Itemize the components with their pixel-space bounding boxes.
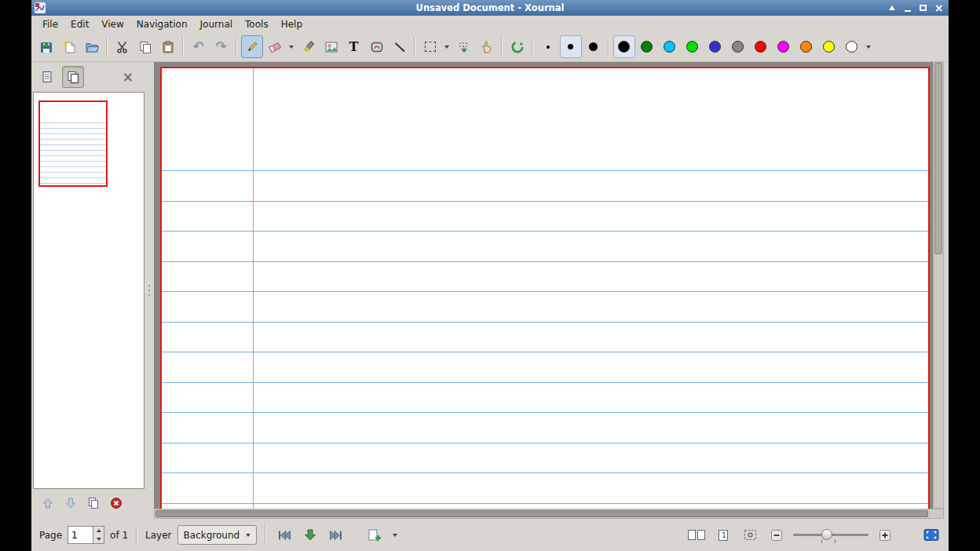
- page-number-input[interactable]: [68, 526, 93, 544]
- zoom-out-button[interactable]: [766, 525, 787, 546]
- new-document-button[interactable]: [58, 35, 80, 58]
- color-swatch-icon: [800, 41, 812, 53]
- fullscreen-button[interactable]: [922, 527, 941, 544]
- close-window-button[interactable]: ×: [933, 2, 945, 14]
- pen-size-fine-button[interactable]: [537, 35, 559, 58]
- page-number-up-button[interactable]: [93, 527, 104, 535]
- color-black-button[interactable]: [613, 35, 635, 58]
- next-page-button[interactable]: [300, 525, 320, 546]
- pen-size-medium-button[interactable]: [560, 35, 582, 58]
- cut-icon: [115, 40, 130, 54]
- color-orange-button[interactable]: [795, 35, 817, 58]
- titlebar[interactable]: Unsaved Document - Xournal ×: [31, 0, 949, 16]
- text-tool-button[interactable]: T: [343, 35, 365, 58]
- vertical-scrollbar[interactable]: [933, 62, 944, 509]
- paste-button[interactable]: [157, 35, 179, 58]
- pen-size-thick-button[interactable]: [583, 35, 605, 58]
- menu-tools[interactable]: Tools: [239, 17, 275, 31]
- copy-button[interactable]: [134, 35, 156, 58]
- sidebar: ×: [31, 62, 144, 519]
- ruled-line: [40, 144, 106, 145]
- vertical-scrollbar-thumb[interactable]: [934, 63, 942, 254]
- shape-recognizer-button[interactable]: [366, 35, 388, 58]
- hand-icon: [480, 40, 494, 54]
- zoom-100-button[interactable]: 1: [713, 525, 733, 546]
- ruled-line: [40, 139, 106, 140]
- color-dark-green-button[interactable]: [636, 35, 658, 58]
- page-width-button[interactable]: [686, 525, 707, 546]
- toolbar-separator: [182, 37, 184, 57]
- arrow-up-icon: [42, 497, 54, 509]
- text-tool-icon: T: [349, 39, 359, 54]
- hand-tool-button[interactable]: [476, 35, 498, 58]
- ruler-tool-button[interactable]: [389, 35, 411, 58]
- highlighter-icon: [302, 40, 316, 54]
- highlighter-tool-button[interactable]: [298, 35, 320, 58]
- chevron-down-icon: [393, 534, 397, 537]
- zoom-slider-knob[interactable]: [821, 529, 832, 540]
- color-blue-button[interactable]: [704, 35, 726, 58]
- menu-help[interactable]: Help: [275, 17, 309, 31]
- ruled-line: [40, 177, 106, 178]
- eraser-tool-button[interactable]: [264, 35, 286, 58]
- menu-edit[interactable]: Edit: [64, 17, 95, 31]
- cut-button[interactable]: [112, 35, 133, 58]
- pen-tool-button[interactable]: [241, 35, 263, 58]
- color-light-blue-button[interactable]: [659, 35, 681, 58]
- default-pen-button[interactable]: [506, 35, 528, 58]
- splitter-grip-icon: [148, 290, 150, 291]
- minimize-window-button[interactable]: [901, 2, 913, 14]
- zoom-slider[interactable]: [793, 526, 868, 545]
- zoom-fit-button[interactable]: [740, 525, 760, 546]
- first-page-button[interactable]: [274, 525, 294, 546]
- color-yellow-button[interactable]: [818, 35, 840, 58]
- menu-view[interactable]: View: [95, 17, 130, 31]
- single-page-icon: [40, 70, 54, 84]
- menu-navigation[interactable]: Navigation: [130, 17, 194, 31]
- redo-button[interactable]: ↷: [210, 35, 232, 58]
- open-button[interactable]: [81, 35, 103, 58]
- undo-button[interactable]: ↶: [188, 35, 210, 58]
- sidebar-tab-pages-button[interactable]: [62, 66, 84, 88]
- last-page-button[interactable]: [326, 525, 346, 546]
- shade-window-button[interactable]: [886, 2, 898, 14]
- sidebar-close-button[interactable]: ×: [122, 71, 133, 84]
- document-canvas[interactable]: [154, 62, 933, 509]
- page-label: Page: [39, 530, 62, 541]
- save-button[interactable]: [35, 35, 57, 58]
- move-page-down-button[interactable]: [64, 497, 77, 512]
- color-white-button[interactable]: [841, 35, 863, 58]
- new-page-options-chevron[interactable]: [390, 524, 400, 546]
- image-tool-button[interactable]: [320, 35, 342, 58]
- color-options-chevron[interactable]: [864, 35, 874, 58]
- color-green-button[interactable]: [682, 35, 704, 58]
- zoom-in-button[interactable]: [875, 525, 895, 546]
- sidebar-splitter[interactable]: [144, 62, 154, 519]
- color-gray-button[interactable]: [727, 35, 749, 58]
- maximize-window-button[interactable]: [917, 2, 929, 14]
- ruled-line: [162, 322, 928, 323]
- color-magenta-button[interactable]: [773, 35, 795, 58]
- ruler-line-icon: [393, 40, 407, 54]
- horizontal-scrollbar[interactable]: [154, 509, 944, 519]
- page-number-down-button[interactable]: [93, 535, 104, 544]
- page[interactable]: [160, 67, 930, 509]
- select-options-chevron[interactable]: [442, 35, 452, 58]
- copy-page-button[interactable]: [87, 497, 100, 512]
- color-red-button[interactable]: [750, 35, 772, 58]
- page-thumbnail-panel[interactable]: [33, 92, 144, 489]
- move-page-up-button[interactable]: [42, 497, 54, 512]
- vertical-space-button[interactable]: [453, 35, 475, 58]
- sidebar-tab-layers-button[interactable]: [36, 66, 58, 88]
- eraser-options-chevron[interactable]: [287, 35, 297, 58]
- page-thumbnail[interactable]: [38, 100, 108, 187]
- layer-combobox[interactable]: Background: [177, 525, 258, 545]
- menu-file[interactable]: File: [36, 17, 64, 31]
- ruled-line: [162, 291, 928, 292]
- delete-page-button[interactable]: [110, 497, 122, 512]
- menu-journal[interactable]: Journal: [194, 17, 240, 31]
- pen-size-group: [536, 35, 605, 58]
- select-region-button[interactable]: [419, 35, 441, 58]
- new-page-button[interactable]: [364, 525, 384, 546]
- horizontal-scrollbar-thumb[interactable]: [155, 510, 928, 517]
